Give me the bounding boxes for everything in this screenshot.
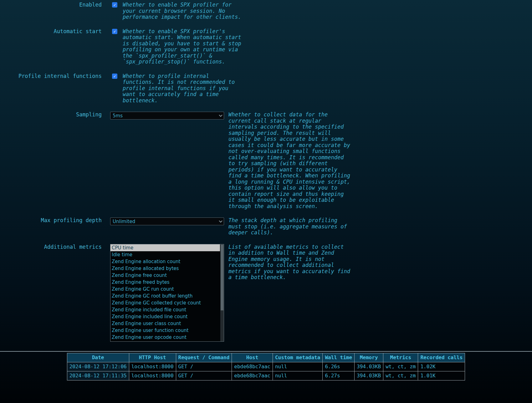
column-header: Recorded calls: [418, 353, 465, 362]
enabled-checkbox[interactable]: ✓: [112, 2, 117, 8]
metric-option[interactable]: Zend Engine GC run count: [110, 286, 220, 293]
additional-metrics-label: Additional metrics: [0, 244, 102, 250]
form-row-enabled: Enabled ✓ Whether to enable SPX profiler…: [0, 2, 532, 20]
column-header: Wall time: [323, 353, 355, 362]
metric-option[interactable]: Idle time: [110, 251, 220, 258]
report-cell: localhost:8000: [129, 362, 176, 371]
chevron-down-icon: [219, 113, 222, 117]
max-profiling-depth-select-value: Unlimited: [113, 219, 135, 224]
metric-option[interactable]: CPU time: [110, 244, 220, 251]
reports-table: DateHTTP HostRequest / CommandHostCustom…: [67, 353, 465, 380]
report-cell: 1.02K: [418, 362, 465, 371]
metric-option[interactable]: Zend Engine free count: [110, 272, 220, 279]
metric-option[interactable]: Zend Engine GC collected cycle count: [110, 299, 220, 306]
report-cell: GET /: [176, 371, 232, 380]
checkmark-icon: ✓: [114, 74, 116, 78]
enabled-description: Whether to enable SPX profiler for your …: [123, 2, 242, 20]
form-row-profile-internal-functions: Profile internal functions ✓ Whether to …: [0, 73, 532, 104]
metric-option[interactable]: Zend Engine user opcode count: [110, 334, 220, 341]
profile-internal-functions-label: Profile internal functions: [0, 73, 102, 79]
report-cell: 2024-08-12 17:11:35: [67, 371, 129, 380]
sampling-label: Sampling: [0, 112, 102, 118]
automatic-start-description: Whether to enable SPX profiler's automat…: [123, 28, 242, 65]
checkmark-icon: ✓: [114, 29, 116, 33]
column-header: Metrics: [383, 353, 418, 362]
max-profiling-depth-label: Max profiling depth: [0, 217, 102, 224]
form-row-additional-metrics: Additional metrics CPU timeIdle timeZend…: [0, 244, 532, 342]
metric-option[interactable]: Zend Engine user function count: [110, 327, 220, 334]
form-row-max-profiling-depth: Max profiling depth Unlimited The stack …: [0, 217, 532, 236]
table-header-row: DateHTTP HostRequest / CommandHostCustom…: [67, 353, 465, 362]
sampling-select[interactable]: 5ms: [110, 112, 224, 120]
enabled-label: Enabled: [0, 2, 102, 8]
report-cell: null: [273, 371, 323, 380]
report-row[interactable]: 2024-08-12 17:11:35localhost:8000GET /eb…: [67, 371, 465, 380]
listbox-scrollbar-thumb[interactable]: [221, 245, 223, 311]
max-profiling-depth-description: The stack depth at which profiling must …: [228, 217, 351, 236]
report-cell: 2024-08-12 17:12:06: [67, 362, 129, 371]
profile-internal-functions-checkbox[interactable]: ✓: [112, 74, 117, 79]
report-cell: 6.27s: [323, 371, 355, 380]
metric-option[interactable]: Zend Engine included line count: [110, 313, 220, 320]
checkmark-icon: ✓: [114, 3, 116, 7]
automatic-start-label: Automatic start: [0, 28, 102, 35]
section-divider: [0, 351, 532, 352]
max-profiling-depth-select[interactable]: Unlimited: [110, 217, 224, 225]
report-row[interactable]: 2024-08-12 17:12:06localhost:8000GET /eb…: [67, 362, 465, 371]
report-cell: 394.03KB: [355, 371, 383, 380]
report-cell: null: [273, 362, 323, 371]
column-header: Host: [232, 353, 273, 362]
additional-metrics-description: List of available metrics to collect in …: [228, 244, 351, 281]
report-cell: wt, ct, zm: [383, 362, 418, 371]
metric-option[interactable]: Zend Engine GC root buffer length: [110, 293, 220, 299]
settings-form: Enabled ✓ Whether to enable SPX profiler…: [0, 0, 532, 342]
form-row-sampling: Sampling 5ms Whether to collect data for…: [0, 112, 532, 209]
report-cell: 1.01K: [418, 371, 465, 380]
column-header: Date: [67, 353, 129, 362]
column-header: Request / Command: [176, 353, 232, 362]
report-cell: 394.03KB: [355, 362, 383, 371]
metric-option[interactable]: Zend Engine included file count: [110, 306, 220, 313]
table-body: 2024-08-12 17:12:06localhost:8000GET /eb…: [67, 362, 465, 380]
sampling-description: Whether to collect data for the current …: [228, 112, 351, 209]
report-cell: 6.26s: [323, 362, 355, 371]
report-cell: localhost:8000: [129, 371, 176, 380]
report-cell: ebde68bc7aac: [232, 362, 273, 371]
metric-option[interactable]: Zend Engine allocation count: [110, 258, 220, 265]
additional-metrics-listbox[interactable]: CPU timeIdle timeZend Engine allocation …: [110, 244, 224, 342]
report-cell: GET /: [176, 362, 232, 371]
form-row-automatic-start: Automatic start ✓ Whether to enable SPX …: [0, 28, 532, 65]
metric-option[interactable]: Zend Engine freed bytes: [110, 279, 220, 286]
report-cell: wt, ct, zm: [383, 371, 418, 380]
column-header: Memory: [355, 353, 383, 362]
report-cell: ebde68bc7aac: [232, 371, 273, 380]
sampling-select-value: 5ms: [113, 113, 123, 119]
profile-internal-functions-description: Whether to profile internal functions. I…: [123, 73, 242, 104]
automatic-start-checkbox[interactable]: ✓: [112, 29, 117, 34]
column-header: HTTP Host: [129, 353, 176, 362]
metric-option[interactable]: Zend Engine user class count: [110, 320, 220, 327]
chevron-down-icon: [219, 219, 222, 222]
listbox-scrollbar[interactable]: [220, 244, 224, 341]
column-header: Custom metadata: [273, 353, 323, 362]
metric-option[interactable]: Zend Engine allocated bytes: [110, 265, 220, 272]
